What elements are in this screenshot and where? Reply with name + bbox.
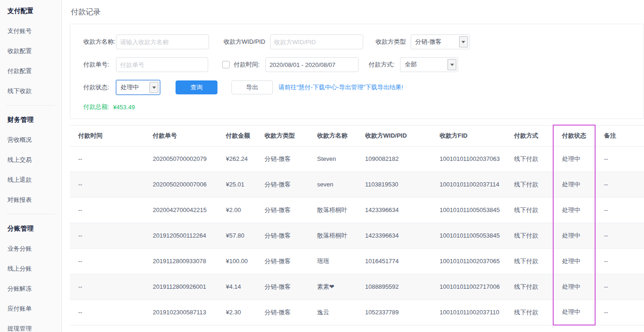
- table-header-cell: 付款状态: [553, 125, 595, 146]
- table-row: --2019112800926001¥4.14分销-微客素素❤108889559…: [70, 274, 644, 299]
- sidebar-divider: [7, 105, 55, 106]
- table-cell: ¥57.80: [217, 223, 256, 248]
- table-cell: --: [595, 248, 644, 274]
- sidebar-item[interactable]: 提现管理: [0, 319, 61, 332]
- table-cell: 1423396634: [357, 223, 431, 248]
- payee-type-select[interactable]: 分销-微客: [411, 34, 470, 49]
- sidebar-item[interactable]: 对账报表: [0, 190, 61, 210]
- sidebar-item[interactable]: 付款配置: [0, 61, 61, 81]
- pay-method-select[interactable]: 全部: [400, 57, 458, 72]
- table-cell: --: [595, 274, 644, 299]
- table-cell: --: [70, 299, 144, 325]
- export-hint-link[interactable]: 请前往“慧付-下载中心-导出管理”下载导出结果!: [278, 83, 403, 92]
- pay-method-selected-value: 全部: [405, 60, 417, 69]
- table-header-cell: 收款方名称: [309, 125, 357, 146]
- total-value: ¥453.49: [113, 104, 135, 111]
- pay-time-range-input[interactable]: [265, 57, 359, 72]
- sidebar-item[interactable]: 收款配置: [0, 41, 61, 61]
- table-cell: --: [595, 146, 644, 172]
- table-cell: 处理中: [553, 223, 595, 248]
- table-cell: --: [70, 146, 144, 172]
- sidebar-item[interactable]: 线上分账: [0, 259, 61, 279]
- table-cell: 线下付款: [506, 248, 553, 274]
- table-cell: 线下付款: [506, 197, 553, 223]
- table-cell: 处理中: [553, 172, 595, 197]
- table-cell: 分销-微客: [256, 274, 309, 299]
- table-cell: 散落梧桐叶: [309, 223, 357, 248]
- filter-row-3: 付款状态: 处理中 查询 导出 请前往“慧付-下载中心-导出管理”下载导出结果!: [83, 80, 644, 95]
- table-cell: 2020050700002079: [144, 146, 217, 172]
- sidebar-item[interactable]: 线上交易: [0, 150, 61, 170]
- sidebar-item[interactable]: 业务分账: [0, 239, 61, 259]
- sidebar-divider: [7, 214, 55, 214]
- filter-row-total: 付款总额: ¥453.49: [83, 103, 644, 111]
- table-cell: ¥2.00: [217, 197, 256, 223]
- table-cell: ¥100.00: [217, 248, 256, 274]
- table-cell: 线下付款: [506, 146, 553, 172]
- order-no-input[interactable]: [116, 57, 208, 72]
- table-row: --2020042700042215¥2.00分销-微客散落梧桐叶1423396…: [70, 197, 644, 223]
- table-header-cell: 备注: [595, 125, 644, 146]
- table-cell: 处理中: [553, 299, 595, 325]
- chevron-down-icon: [447, 59, 456, 70]
- table-row: --2019102300587113¥2.30分销-微客逸云1052337789…: [70, 299, 644, 325]
- payee-type-label: 收款方类型: [376, 38, 406, 46]
- sidebar-item[interactable]: 应付账单: [0, 299, 61, 319]
- export-button[interactable]: 导出: [231, 80, 273, 94]
- chevron-down-icon: [459, 36, 468, 47]
- table-cell: 处理中: [553, 248, 595, 274]
- table-cell: --: [595, 197, 644, 223]
- table-cell: 分销-微客: [256, 299, 309, 325]
- pay-status-selected-value: 处理中: [121, 83, 139, 92]
- total-label: 付款总额:: [83, 103, 109, 111]
- payee-name-input[interactable]: [116, 34, 209, 49]
- table-cell: 分销-微客: [256, 172, 309, 197]
- table-cell: 1090082182: [357, 146, 431, 172]
- pay-time-label: 付款时间:: [234, 60, 260, 69]
- table-row: --2020050200007006¥25.01分销-微客seven110381…: [70, 172, 644, 197]
- sidebar-item[interactable]: 支付账号: [0, 21, 61, 41]
- table-cell: 100101011002037063: [431, 146, 506, 172]
- query-button[interactable]: 查询: [176, 80, 217, 94]
- table-cell: 1088895592: [357, 274, 431, 299]
- table-cell: 1016451774: [357, 248, 431, 274]
- filter-row-1: 收款方名称: 收款方WID/PID 收款方类型 分销-微客: [83, 34, 644, 49]
- payee-name-label: 收款方名称:: [83, 38, 116, 46]
- table-cell: 线下付款: [506, 274, 553, 299]
- table-cell: 处理中: [553, 197, 595, 223]
- table-row: --2019120500112264¥57.80分销-微客散落梧桐叶142339…: [70, 223, 644, 248]
- pay-time-checkbox[interactable]: [222, 61, 230, 68]
- payee-type-selected-value: 分销-微客: [415, 38, 441, 46]
- table-cell: --: [70, 223, 144, 248]
- table-header-cell: 收款方WID/PID: [357, 125, 431, 146]
- table-cell: 分销-微客: [256, 146, 309, 172]
- pay-status-select[interactable]: 处理中: [116, 80, 160, 95]
- table-cell: Steven: [309, 146, 357, 172]
- main-content: 付款记录 收款方名称: 收款方WID/PID 收款方类型 分销-微客 付款单号:…: [62, 0, 644, 332]
- table-cell: 2019112800933078: [144, 248, 217, 274]
- sidebar-item[interactable]: 分账解冻: [0, 279, 61, 299]
- table-cell: --: [70, 274, 144, 299]
- app-window: 支付配置支付账号收款配置付款配置线下收款财务管理营收概况线上交易线上退款对账报表…: [0, 0, 644, 332]
- sidebar-item[interactable]: 线上退款: [0, 170, 61, 190]
- payments-table: 付款时间付款单号付款金额收款方类型收款方名称收款方WID/PID收款方FID付款…: [70, 125, 644, 325]
- table-cell: --: [70, 197, 144, 223]
- table-header-cell: 付款方式: [506, 125, 553, 146]
- table-cell: 2019102300587113: [144, 299, 217, 325]
- table-header-cell: 收款方类型: [256, 125, 309, 146]
- payee-wid-input[interactable]: [270, 34, 363, 49]
- table-cell: 瑶瑶: [309, 248, 357, 274]
- table-cell: 100101011002037065: [431, 248, 506, 274]
- pay-status-label: 付款状态:: [83, 83, 116, 92]
- sidebar-item[interactable]: 线下收款: [0, 81, 61, 101]
- sidebar-nav: 支付配置支付账号收款配置付款配置线下收款财务管理营收概况线上交易线上退款对账报表…: [0, 1, 61, 332]
- table-cell: 线下付款: [506, 299, 553, 325]
- table-row: --2020050700002079¥262.24分销-微客Steven1090…: [70, 146, 644, 172]
- table-cell: 100101011002037114: [431, 172, 506, 197]
- table-cell: 逸云: [309, 299, 357, 325]
- table-cell: ¥2.30: [217, 299, 256, 325]
- sidebar-item[interactable]: 营收概况: [0, 130, 61, 150]
- table-cell: 分销-微客: [256, 248, 309, 274]
- table-cell: --: [595, 223, 644, 248]
- table-row: --2019112800933078¥100.00分销-微客瑶瑶10164517…: [70, 248, 644, 274]
